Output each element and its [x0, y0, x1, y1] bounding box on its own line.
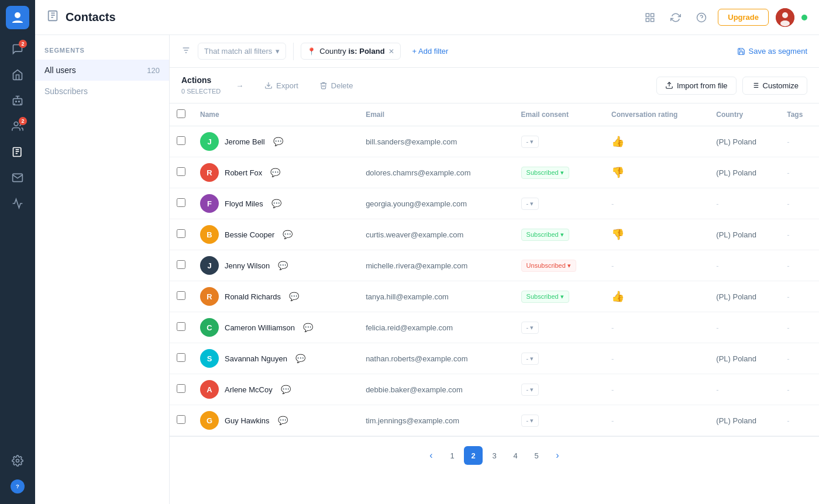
email-consent-badge[interactable]: Subscribed ▾ — [521, 167, 569, 179]
contact-name: Guy Hawkins — [225, 416, 270, 425]
contact-name: Jenny Wilson — [225, 261, 270, 270]
row-checkbox[interactable] — [177, 167, 185, 176]
row-checkbox[interactable] — [177, 415, 185, 424]
segment-subscribers[interactable]: Subscribers — [35, 81, 169, 102]
email-consent-select[interactable]: - ▾ — [521, 384, 539, 396]
refresh-button[interactable] — [666, 8, 685, 27]
row-checkbox[interactable] — [177, 322, 185, 331]
contact-tags: - — [787, 230, 789, 239]
contact-email: georgia.young@example.com — [366, 199, 467, 208]
home-nav-icon[interactable] — [6, 63, 29, 87]
row-checkbox[interactable] — [177, 229, 185, 238]
remove-filter-button[interactable]: ✕ — [388, 47, 394, 56]
contact-avatar: B — [200, 225, 219, 244]
contact-tags: - — [787, 168, 789, 177]
chat-bubble-icon: 💬 — [289, 292, 299, 301]
match-filter-dropdown[interactable]: That match all filters ▾ — [198, 43, 286, 60]
table-row[interactable]: R Robert Fox 💬 dolores.chamrs@example.co… — [170, 157, 819, 188]
chat-bubble-icon: 💬 — [278, 261, 288, 270]
row-checkbox[interactable] — [177, 198, 185, 207]
contact-tags: - — [787, 323, 789, 332]
table-toolbar: Actions 0 SELECTED → Export Delete — [170, 68, 819, 103]
email-consent-badge[interactable]: Subscribed ▾ — [521, 229, 569, 241]
header-actions: Upgrade — [641, 8, 807, 27]
page-5-button[interactable]: 5 — [527, 446, 546, 465]
contact-avatar: G — [200, 411, 219, 430]
row-checkbox[interactable] — [177, 353, 185, 362]
avatar[interactable] — [776, 8, 794, 27]
table-row[interactable]: J Jerome Bell 💬 bill.sanders@example.com… — [170, 126, 819, 157]
actions-label: Actions — [181, 75, 211, 85]
import-from-file-button[interactable]: Import from file — [656, 77, 737, 95]
help-button[interactable] — [692, 8, 711, 27]
grid-view-button[interactable] — [641, 8, 659, 27]
thumbs-up-icon: 👍 — [611, 291, 624, 302]
customize-button[interactable]: Customize — [742, 77, 807, 95]
table-row[interactable]: G Guy Hawkins 💬 tim.jennings@example.com… — [170, 405, 819, 436]
country-filter-tag[interactable]: 📍 Country is: Poland ✕ — [301, 43, 400, 60]
select-all-checkbox[interactable] — [177, 109, 185, 118]
actions-section: Actions 0 SELECTED — [181, 75, 221, 96]
segment-all-users[interactable]: All users 120 — [35, 60, 169, 81]
mail-nav-icon[interactable] — [6, 166, 29, 189]
table-row[interactable]: F Floyd Miles 💬 georgia.young@example.co… — [170, 188, 819, 219]
pagination: ‹ 1 2 3 4 5 › — [170, 436, 819, 474]
help-nav-icon[interactable]: ? — [6, 475, 29, 498]
email-consent-badge[interactable]: Subscribed ▾ — [521, 291, 569, 303]
table-row[interactable]: C Cameron Williamson 💬 felicia.reid@exam… — [170, 312, 819, 343]
row-checkbox[interactable] — [177, 136, 185, 145]
filter-bar: That match all filters ▾ 📍 Country is: P… — [170, 35, 819, 68]
chat-bubble-icon: 💬 — [278, 416, 288, 425]
svg-point-8 — [16, 460, 19, 462]
email-consent-select[interactable]: - ▾ — [521, 198, 539, 210]
email-consent-select[interactable]: - ▾ — [521, 136, 539, 148]
svg-point-4 — [14, 122, 18, 126]
contact-country: (PL) Poland — [716, 416, 756, 425]
row-checkbox[interactable] — [177, 260, 185, 269]
prev-page-button[interactable]: ‹ — [422, 446, 441, 465]
delete-button[interactable]: Delete — [314, 78, 359, 94]
reports-nav-icon[interactable] — [6, 192, 29, 215]
email-consent-select[interactable]: - ▾ — [521, 415, 539, 427]
page-3-button[interactable]: 3 — [485, 446, 504, 465]
table-row[interactable]: R Ronald Richards 💬 tanya.hill@example.c… — [170, 281, 819, 312]
contact-avatar: S — [200, 349, 219, 368]
table-row[interactable]: S Savannah Nguyen 💬 nathan.roberts@examp… — [170, 343, 819, 374]
table-row[interactable]: J Jenny Wilson 💬 michelle.rivera@example… — [170, 250, 819, 281]
save-segment-button[interactable]: Save as segment — [737, 47, 807, 56]
row-checkbox[interactable] — [177, 291, 185, 300]
chat-bubble-icon: 💬 — [283, 230, 292, 239]
bot-nav-icon[interactable] — [6, 89, 29, 112]
toolbar-right: Import from file Customize — [656, 77, 807, 95]
page-2-button[interactable]: 2 — [464, 446, 483, 465]
next-page-button[interactable]: › — [548, 446, 567, 465]
export-button[interactable]: Export — [259, 78, 304, 94]
location-pin-icon: 📍 — [307, 47, 316, 56]
select-all-header — [170, 103, 193, 126]
segment-all-users-count: 120 — [147, 66, 160, 75]
thumbs-down-icon: 👎 — [611, 229, 624, 240]
settings-nav-icon[interactable] — [6, 449, 29, 472]
chat-nav-icon[interactable]: 2 — [6, 37, 29, 61]
row-checkbox[interactable] — [177, 384, 185, 393]
contacts-book-nav-icon[interactable] — [6, 140, 29, 164]
rating-dash: - — [611, 416, 614, 425]
svg-rect-15 — [651, 13, 654, 16]
email-consent-select[interactable]: - ▾ — [521, 353, 539, 365]
email-consent-select[interactable]: - ▾ — [521, 322, 539, 334]
table-row[interactable]: B Bessie Cooper 💬 curtis.weaver@example.… — [170, 219, 819, 250]
upgrade-button[interactable]: Upgrade — [718, 9, 769, 26]
page-4-button[interactable]: 4 — [506, 446, 525, 465]
page-1-button[interactable]: 1 — [443, 446, 462, 465]
contact-avatar: A — [200, 380, 219, 399]
arrow-icon: → — [236, 81, 243, 90]
export-label: Export — [276, 81, 298, 90]
add-filter-button[interactable]: + Add filter — [408, 43, 453, 59]
contacts-group-nav-icon[interactable]: 2 — [6, 115, 29, 138]
email-consent-badge[interactable]: Unsubscribed ▾ — [521, 260, 576, 272]
arrow-button[interactable]: → — [230, 78, 249, 94]
contact-avatar: F — [200, 194, 219, 213]
dropdown-arrow-icon: ▾ — [276, 47, 280, 56]
add-filter-label: + Add filter — [412, 47, 449, 56]
table-row[interactable]: A Arlene McCoy 💬 debbie.baker@example.co… — [170, 374, 819, 405]
